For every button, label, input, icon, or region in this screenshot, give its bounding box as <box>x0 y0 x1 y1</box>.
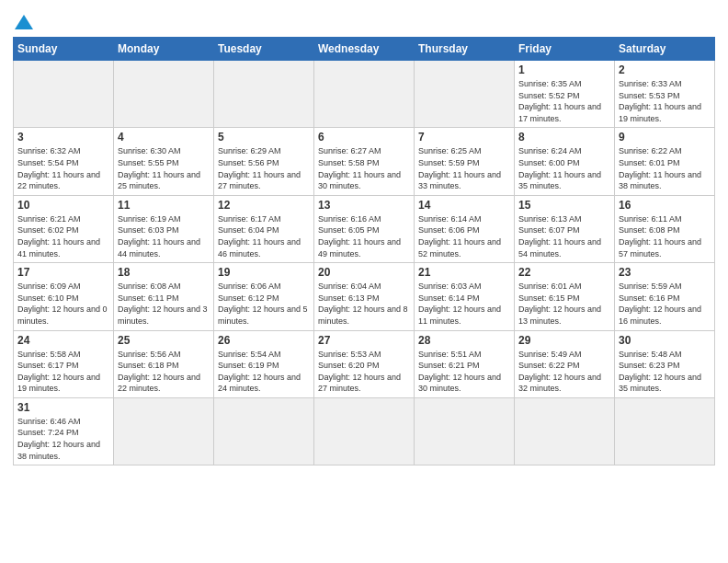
day-info: Sunrise: 5:59 AM Sunset: 6:16 PM Dayligh… <box>619 281 711 327</box>
day-number: 23 <box>619 266 711 279</box>
calendar-cell <box>114 61 214 128</box>
calendar-cell: 5Sunrise: 6:29 AM Sunset: 5:56 PM Daylig… <box>214 128 314 195</box>
day-number: 30 <box>619 334 711 347</box>
calendar-cell <box>314 61 415 128</box>
day-number: 21 <box>418 266 510 279</box>
header-area <box>13 9 715 31</box>
calendar-header-row: SundayMondayTuesdayWednesdayThursdayFrid… <box>14 38 715 61</box>
calendar-cell: 23Sunrise: 5:59 AM Sunset: 6:16 PM Dayli… <box>615 263 715 330</box>
calendar-cell: 1Sunrise: 6:35 AM Sunset: 5:52 PM Daylig… <box>515 61 615 128</box>
day-number: 4 <box>118 131 210 144</box>
day-info: Sunrise: 5:51 AM Sunset: 6:21 PM Dayligh… <box>418 349 510 395</box>
col-header-sunday: Sunday <box>14 38 114 61</box>
svg-marker-0 <box>15 15 33 29</box>
col-header-saturday: Saturday <box>615 38 715 61</box>
calendar-cell <box>314 397 415 465</box>
day-number: 5 <box>218 131 310 144</box>
calendar-cell: 11Sunrise: 6:19 AM Sunset: 6:03 PM Dayli… <box>114 195 214 262</box>
calendar-cell: 15Sunrise: 6:13 AM Sunset: 6:07 PM Dayli… <box>515 195 615 262</box>
day-number: 26 <box>218 334 310 347</box>
calendar-cell: 13Sunrise: 6:16 AM Sunset: 6:05 PM Dayli… <box>314 195 415 262</box>
day-number: 29 <box>518 334 610 347</box>
day-number: 28 <box>418 334 510 347</box>
day-info: Sunrise: 6:32 AM Sunset: 5:54 PM Dayligh… <box>17 145 109 191</box>
day-info: Sunrise: 6:09 AM Sunset: 6:10 PM Dayligh… <box>17 281 109 327</box>
day-number: 9 <box>619 131 711 144</box>
day-number: 31 <box>17 401 109 414</box>
day-number: 6 <box>318 131 410 144</box>
logo <box>13 9 39 31</box>
day-info: Sunrise: 6:03 AM Sunset: 6:14 PM Dayligh… <box>418 281 510 327</box>
calendar-week-row: 31Sunrise: 6:46 AM Sunset: 7:24 PM Dayli… <box>14 397 715 465</box>
day-number: 19 <box>218 266 310 279</box>
day-info: Sunrise: 6:29 AM Sunset: 5:56 PM Dayligh… <box>218 145 310 191</box>
day-info: Sunrise: 6:35 AM Sunset: 5:52 PM Dayligh… <box>518 78 610 124</box>
day-info: Sunrise: 6:04 AM Sunset: 6:13 PM Dayligh… <box>318 281 410 327</box>
day-info: Sunrise: 6:17 AM Sunset: 6:04 PM Dayligh… <box>218 213 310 259</box>
calendar-cell: 12Sunrise: 6:17 AM Sunset: 6:04 PM Dayli… <box>214 195 314 262</box>
day-number: 16 <box>619 199 711 212</box>
calendar-table: SundayMondayTuesdayWednesdayThursdayFrid… <box>13 37 715 465</box>
calendar-cell: 14Sunrise: 6:14 AM Sunset: 6:06 PM Dayli… <box>415 195 515 262</box>
calendar-cell: 6Sunrise: 6:27 AM Sunset: 5:58 PM Daylig… <box>314 128 415 195</box>
col-header-monday: Monday <box>114 38 214 61</box>
day-info: Sunrise: 6:22 AM Sunset: 6:01 PM Dayligh… <box>619 145 711 191</box>
calendar-cell: 17Sunrise: 6:09 AM Sunset: 6:10 PM Dayli… <box>14 263 114 330</box>
day-info: Sunrise: 6:30 AM Sunset: 5:55 PM Dayligh… <box>118 145 210 191</box>
day-number: 7 <box>418 131 510 144</box>
day-info: Sunrise: 6:11 AM Sunset: 6:08 PM Dayligh… <box>619 213 711 259</box>
calendar-cell <box>214 397 314 465</box>
day-info: Sunrise: 5:49 AM Sunset: 6:22 PM Dayligh… <box>518 349 610 395</box>
calendar-cell: 29Sunrise: 5:49 AM Sunset: 6:22 PM Dayli… <box>515 330 615 397</box>
calendar-cell: 18Sunrise: 6:08 AM Sunset: 6:11 PM Dayli… <box>114 263 214 330</box>
col-header-friday: Friday <box>515 38 615 61</box>
day-info: Sunrise: 6:13 AM Sunset: 6:07 PM Dayligh… <box>518 213 610 259</box>
day-info: Sunrise: 6:46 AM Sunset: 7:24 PM Dayligh… <box>17 416 109 462</box>
calendar-cell: 19Sunrise: 6:06 AM Sunset: 6:12 PM Dayli… <box>214 263 314 330</box>
calendar-cell: 20Sunrise: 6:04 AM Sunset: 6:13 PM Dayli… <box>314 263 415 330</box>
calendar-cell: 27Sunrise: 5:53 AM Sunset: 6:20 PM Dayli… <box>314 330 415 397</box>
day-number: 2 <box>619 63 711 76</box>
day-info: Sunrise: 6:08 AM Sunset: 6:11 PM Dayligh… <box>118 281 210 327</box>
day-number: 13 <box>318 199 410 212</box>
day-info: Sunrise: 6:06 AM Sunset: 6:12 PM Dayligh… <box>218 281 310 327</box>
day-info: Sunrise: 6:01 AM Sunset: 6:15 PM Dayligh… <box>518 281 610 327</box>
day-info: Sunrise: 6:33 AM Sunset: 5:53 PM Dayligh… <box>619 78 711 124</box>
day-info: Sunrise: 6:19 AM Sunset: 6:03 PM Dayligh… <box>118 213 210 259</box>
calendar-cell: 16Sunrise: 6:11 AM Sunset: 6:08 PM Dayli… <box>615 195 715 262</box>
calendar-cell: 25Sunrise: 5:56 AM Sunset: 6:18 PM Dayli… <box>114 330 214 397</box>
calendar-cell: 28Sunrise: 5:51 AM Sunset: 6:21 PM Dayli… <box>415 330 515 397</box>
calendar-cell: 21Sunrise: 6:03 AM Sunset: 6:14 PM Dayli… <box>415 263 515 330</box>
day-info: Sunrise: 6:24 AM Sunset: 6:00 PM Dayligh… <box>518 145 610 191</box>
day-number: 3 <box>17 131 109 144</box>
day-info: Sunrise: 5:56 AM Sunset: 6:18 PM Dayligh… <box>118 349 210 395</box>
calendar-cell <box>415 61 515 128</box>
day-number: 14 <box>418 199 510 212</box>
day-info: Sunrise: 5:54 AM Sunset: 6:19 PM Dayligh… <box>218 349 310 395</box>
calendar-week-row: 3Sunrise: 6:32 AM Sunset: 5:54 PM Daylig… <box>14 128 715 195</box>
day-number: 17 <box>17 266 109 279</box>
day-number: 12 <box>218 199 310 212</box>
col-header-wednesday: Wednesday <box>314 38 415 61</box>
calendar-cell <box>615 397 715 465</box>
day-number: 1 <box>518 63 610 76</box>
calendar-cell <box>14 61 114 128</box>
calendar-week-row: 1Sunrise: 6:35 AM Sunset: 5:52 PM Daylig… <box>14 61 715 128</box>
day-number: 22 <box>518 266 610 279</box>
logo-icon <box>13 13 35 31</box>
calendar-cell <box>515 397 615 465</box>
col-header-thursday: Thursday <box>415 38 515 61</box>
day-info: Sunrise: 6:21 AM Sunset: 6:02 PM Dayligh… <box>17 213 109 259</box>
day-number: 20 <box>318 266 410 279</box>
calendar-cell: 4Sunrise: 6:30 AM Sunset: 5:55 PM Daylig… <box>114 128 214 195</box>
calendar-cell: 7Sunrise: 6:25 AM Sunset: 5:59 PM Daylig… <box>415 128 515 195</box>
day-number: 11 <box>118 199 210 212</box>
calendar-cell <box>114 397 214 465</box>
calendar-page: SundayMondayTuesdayWednesdayThursdayFrid… <box>0 0 728 475</box>
calendar-week-row: 24Sunrise: 5:58 AM Sunset: 6:17 PM Dayli… <box>14 330 715 397</box>
calendar-cell: 26Sunrise: 5:54 AM Sunset: 6:19 PM Dayli… <box>214 330 314 397</box>
day-info: Sunrise: 6:16 AM Sunset: 6:05 PM Dayligh… <box>318 213 410 259</box>
calendar-week-row: 17Sunrise: 6:09 AM Sunset: 6:10 PM Dayli… <box>14 263 715 330</box>
calendar-cell: 9Sunrise: 6:22 AM Sunset: 6:01 PM Daylig… <box>615 128 715 195</box>
calendar-cell: 3Sunrise: 6:32 AM Sunset: 5:54 PM Daylig… <box>14 128 114 195</box>
